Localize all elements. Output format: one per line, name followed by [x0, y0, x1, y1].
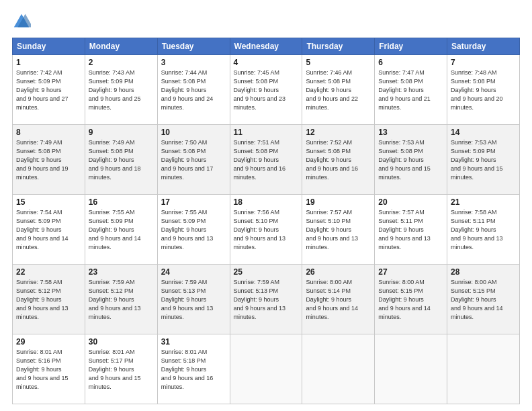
calendar-cell: 28Sunrise: 8:00 AMSunset: 5:15 PMDayligh…	[447, 265, 520, 334]
calendar-cell: 14Sunrise: 7:53 AMSunset: 5:09 PMDayligh…	[447, 125, 520, 195]
day-number: 19	[306, 197, 371, 207]
calendar-cell: 23Sunrise: 7:59 AMSunset: 5:12 PMDayligh…	[85, 265, 157, 334]
day-number: 29	[16, 337, 81, 347]
calendar-cell: 22Sunrise: 7:58 AMSunset: 5:12 PMDayligh…	[13, 265, 85, 334]
header-wednesday: Wednesday	[230, 38, 302, 55]
calendar-cell	[230, 334, 302, 404]
day-info: Sunrise: 7:46 AMSunset: 5:08 PMDaylight:…	[306, 69, 358, 111]
day-number: 10	[161, 128, 226, 137]
day-info: Sunrise: 7:55 AMSunset: 5:09 PMDaylight:…	[89, 209, 141, 250]
day-info: Sunrise: 7:44 AMSunset: 5:08 PMDaylight:…	[161, 69, 214, 111]
day-number: 28	[451, 267, 516, 277]
header-sunday: Sunday	[13, 38, 85, 55]
calendar-cell: 29Sunrise: 8:01 AMSunset: 5:16 PMDayligh…	[13, 334, 85, 404]
day-number: 26	[306, 267, 371, 277]
week-row-1: 1Sunrise: 7:42 AMSunset: 5:09 PMDaylight…	[13, 55, 520, 125]
day-number: 25	[234, 267, 299, 277]
day-number: 17	[161, 197, 226, 207]
day-number: 8	[16, 128, 81, 137]
day-number: 2	[89, 58, 154, 67]
day-info: Sunrise: 7:58 AMSunset: 5:11 PMDaylight:…	[451, 209, 503, 250]
calendar-header-row: SundayMondayTuesdayWednesdayThursdayFrid…	[13, 38, 520, 55]
day-number: 20	[378, 197, 443, 207]
week-row-5: 29Sunrise: 8:01 AMSunset: 5:16 PMDayligh…	[13, 334, 520, 404]
day-info: Sunrise: 7:59 AMSunset: 5:12 PMDaylight:…	[89, 279, 141, 320]
day-number: 12	[306, 128, 371, 137]
day-info: Sunrise: 8:01 AMSunset: 5:18 PMDaylight:…	[161, 349, 214, 390]
day-number: 22	[16, 267, 81, 277]
calendar-cell: 31Sunrise: 8:01 AMSunset: 5:18 PMDayligh…	[157, 334, 230, 404]
day-info: Sunrise: 7:48 AMSunset: 5:08 PMDaylight:…	[451, 69, 503, 111]
calendar-cell: 7Sunrise: 7:48 AMSunset: 5:08 PMDaylight…	[447, 55, 520, 125]
day-info: Sunrise: 7:45 AMSunset: 5:08 PMDaylight:…	[234, 69, 286, 111]
day-info: Sunrise: 7:57 AMSunset: 5:10 PMDaylight:…	[306, 209, 358, 250]
day-info: Sunrise: 7:52 AMSunset: 5:08 PMDaylight:…	[306, 139, 358, 181]
day-number: 27	[378, 267, 443, 277]
day-number: 16	[89, 197, 154, 207]
day-number: 6	[378, 58, 443, 67]
calendar-cell: 4Sunrise: 7:45 AMSunset: 5:08 PMDaylight…	[230, 55, 302, 125]
calendar-cell	[447, 334, 520, 404]
calendar-cell	[302, 334, 375, 404]
calendar-cell: 6Sunrise: 7:47 AMSunset: 5:08 PMDaylight…	[375, 55, 447, 125]
header-monday: Monday	[85, 38, 157, 55]
calendar-cell: 8Sunrise: 7:49 AMSunset: 5:08 PMDaylight…	[13, 125, 85, 195]
day-info: Sunrise: 7:47 AMSunset: 5:08 PMDaylight:…	[378, 69, 431, 111]
day-info: Sunrise: 7:59 AMSunset: 5:13 PMDaylight:…	[161, 279, 214, 320]
day-number: 30	[89, 337, 154, 347]
day-info: Sunrise: 8:00 AMSunset: 5:14 PMDaylight:…	[306, 279, 358, 320]
day-info: Sunrise: 7:58 AMSunset: 5:12 PMDaylight:…	[16, 279, 69, 320]
day-number: 9	[89, 128, 154, 137]
week-row-3: 15Sunrise: 7:54 AMSunset: 5:09 PMDayligh…	[13, 195, 520, 265]
calendar-cell: 17Sunrise: 7:55 AMSunset: 5:09 PMDayligh…	[157, 195, 230, 265]
day-number: 24	[161, 267, 226, 277]
day-info: Sunrise: 8:01 AMSunset: 5:16 PMDaylight:…	[16, 349, 69, 390]
day-info: Sunrise: 7:53 AMSunset: 5:09 PMDaylight:…	[451, 139, 503, 181]
calendar-table: SundayMondayTuesdayWednesdayThursdayFrid…	[12, 38, 520, 404]
calendar-cell	[375, 334, 447, 404]
calendar-cell: 27Sunrise: 8:00 AMSunset: 5:15 PMDayligh…	[375, 265, 447, 334]
day-number: 15	[16, 197, 81, 207]
day-number: 7	[451, 58, 516, 67]
calendar-cell: 15Sunrise: 7:54 AMSunset: 5:09 PMDayligh…	[13, 195, 85, 265]
day-info: Sunrise: 7:55 AMSunset: 5:09 PMDaylight:…	[161, 209, 214, 250]
day-number: 4	[234, 58, 299, 67]
calendar-cell: 21Sunrise: 7:58 AMSunset: 5:11 PMDayligh…	[447, 195, 520, 265]
header-saturday: Saturday	[447, 38, 520, 55]
day-info: Sunrise: 7:59 AMSunset: 5:13 PMDaylight:…	[234, 279, 286, 320]
calendar-cell: 16Sunrise: 7:55 AMSunset: 5:09 PMDayligh…	[85, 195, 157, 265]
day-info: Sunrise: 7:49 AMSunset: 5:08 PMDaylight:…	[16, 139, 69, 181]
header-friday: Friday	[375, 38, 447, 55]
header-tuesday: Tuesday	[157, 38, 230, 55]
day-number: 31	[161, 337, 226, 347]
calendar-cell: 12Sunrise: 7:52 AMSunset: 5:08 PMDayligh…	[302, 125, 375, 195]
calendar-cell: 18Sunrise: 7:56 AMSunset: 5:10 PMDayligh…	[230, 195, 302, 265]
day-number: 18	[234, 197, 299, 207]
day-info: Sunrise: 8:00 AMSunset: 5:15 PMDaylight:…	[451, 279, 503, 320]
day-info: Sunrise: 7:42 AMSunset: 5:09 PMDaylight:…	[16, 69, 69, 111]
calendar-cell: 25Sunrise: 7:59 AMSunset: 5:13 PMDayligh…	[230, 265, 302, 334]
logo-icon	[12, 12, 31, 31]
day-info: Sunrise: 7:56 AMSunset: 5:10 PMDaylight:…	[234, 209, 286, 250]
day-info: Sunrise: 7:43 AMSunset: 5:09 PMDaylight:…	[89, 69, 141, 111]
day-info: Sunrise: 7:50 AMSunset: 5:08 PMDaylight:…	[161, 139, 214, 181]
day-info: Sunrise: 8:00 AMSunset: 5:15 PMDaylight:…	[378, 279, 431, 320]
header-thursday: Thursday	[302, 38, 375, 55]
page: SundayMondayTuesdayWednesdayThursdayFrid…	[0, 0, 532, 411]
calendar-cell: 24Sunrise: 7:59 AMSunset: 5:13 PMDayligh…	[157, 265, 230, 334]
calendar-body: 1Sunrise: 7:42 AMSunset: 5:09 PMDaylight…	[13, 55, 520, 404]
day-number: 14	[451, 128, 516, 137]
day-number: 21	[451, 197, 516, 207]
calendar-cell: 9Sunrise: 7:49 AMSunset: 5:08 PMDaylight…	[85, 125, 157, 195]
calendar-cell: 10Sunrise: 7:50 AMSunset: 5:08 PMDayligh…	[157, 125, 230, 195]
calendar-cell: 30Sunrise: 8:01 AMSunset: 5:17 PMDayligh…	[85, 334, 157, 404]
calendar-cell: 19Sunrise: 7:57 AMSunset: 5:10 PMDayligh…	[302, 195, 375, 265]
calendar-cell: 11Sunrise: 7:51 AMSunset: 5:08 PMDayligh…	[230, 125, 302, 195]
logo	[12, 12, 34, 31]
day-info: Sunrise: 8:01 AMSunset: 5:17 PMDaylight:…	[89, 349, 141, 390]
day-info: Sunrise: 7:53 AMSunset: 5:08 PMDaylight:…	[378, 139, 431, 181]
week-row-2: 8Sunrise: 7:49 AMSunset: 5:08 PMDaylight…	[13, 125, 520, 195]
day-info: Sunrise: 7:57 AMSunset: 5:11 PMDaylight:…	[378, 209, 431, 250]
header	[12, 12, 520, 31]
day-info: Sunrise: 7:51 AMSunset: 5:08 PMDaylight:…	[234, 139, 286, 181]
